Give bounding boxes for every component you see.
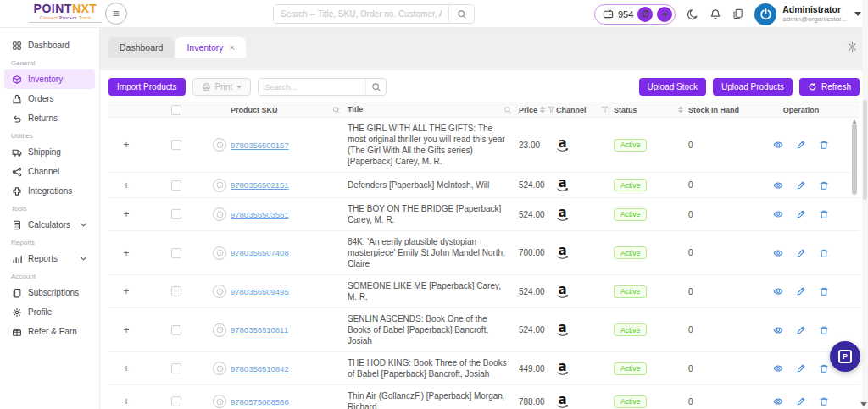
edit-button[interactable] [796, 209, 806, 219]
brand-logo[interactable]: POINTNXT ConnectProcessTrack [29, 3, 102, 23]
chat-fab-button[interactable]: P [830, 341, 860, 372]
product-sku-link[interactable]: 9780356503561 [231, 210, 289, 219]
delete-icon [819, 248, 829, 258]
global-search [273, 4, 475, 24]
sidebar-item-inventory[interactable]: Inventory [4, 69, 95, 89]
docs-button[interactable] [732, 8, 743, 19]
expand-row-button[interactable]: + [123, 364, 129, 373]
tab-dashboard[interactable]: Dashboard [108, 37, 174, 58]
product-sku-link[interactable]: 9780356502151 [231, 180, 289, 190]
view-button[interactable] [773, 209, 783, 219]
row-checkbox[interactable] [171, 286, 181, 296]
user-menu[interactable]: Administrator admin@organicstor... [754, 3, 861, 25]
expand-row-button[interactable]: + [123, 181, 129, 190]
sidebar-item-channel[interactable]: Channel [4, 162, 95, 181]
edit-button[interactable] [796, 140, 806, 150]
view-button[interactable] [773, 363, 783, 373]
sidebar-toggle-button[interactable] [105, 3, 127, 25]
product-sku-link[interactable]: 9780356500157 [231, 141, 289, 150]
row-checkbox[interactable] [171, 209, 181, 219]
delete-button[interactable] [819, 140, 829, 150]
select-all-checkbox[interactable] [171, 105, 181, 115]
row-checkbox[interactable] [171, 325, 181, 335]
sidebar-item-returns[interactable]: Returns [4, 108, 95, 128]
refresh-button[interactable]: Refresh [799, 78, 860, 96]
view-button[interactable] [773, 140, 783, 150]
refresh-credits-button[interactable] [637, 7, 653, 22]
credits-pill[interactable]: 954 [594, 4, 676, 25]
product-sku-link[interactable]: 9780356510811 [231, 325, 288, 334]
sort-icon[interactable] [540, 106, 545, 113]
table-search-button[interactable] [365, 79, 386, 95]
expand-row-button[interactable]: + [123, 210, 129, 218]
sidebar-item-orders[interactable]: Orders [4, 89, 95, 108]
edit-button[interactable] [796, 396, 806, 406]
product-sku-link[interactable]: 9780356510842 [231, 364, 289, 373]
product-sku-link[interactable]: 9780356507408 [231, 248, 289, 257]
delete-button[interactable] [819, 180, 829, 191]
delete-button[interactable] [819, 248, 829, 258]
global-search-button[interactable] [448, 5, 474, 23]
edit-button[interactable] [796, 363, 806, 373]
delete-button[interactable] [819, 396, 829, 406]
delete-icon [819, 140, 829, 150]
settings-gear-icon[interactable] [847, 41, 858, 55]
sidebar-item-calculators[interactable]: Calculators [4, 215, 95, 235]
add-credits-button[interactable] [657, 7, 672, 22]
view-button[interactable] [773, 180, 783, 191]
sidebar-item-subscriptions[interactable]: Subscriptions [4, 283, 95, 302]
import-products-button[interactable]: Import Products [108, 78, 186, 96]
filter-icon[interactable] [548, 106, 555, 113]
column-search-icon[interactable] [332, 106, 341, 114]
expand-row-button[interactable]: + [123, 287, 129, 296]
delete-button[interactable] [819, 286, 829, 296]
view-button[interactable] [773, 325, 783, 335]
delete-button[interactable] [819, 363, 829, 373]
sidebar-item-dashboard[interactable]: Dashboard [4, 36, 95, 55]
sort-icon[interactable] [678, 106, 683, 113]
row-checkbox[interactable] [171, 180, 181, 191]
product-sku-link[interactable]: 9780575088566 [231, 397, 289, 406]
page-scrollbar[interactable] [862, 0, 868, 409]
filter-icon[interactable] [601, 106, 609, 113]
delete-button[interactable] [819, 209, 829, 219]
sidebar: DashboardGeneralInventoryOrdersReturnsUt… [0, 28, 100, 409]
column-search-icon[interactable] [504, 106, 512, 114]
delete-button[interactable] [819, 325, 829, 335]
table-search-input[interactable] [259, 79, 365, 95]
sidebar-item-integrations[interactable]: Integrations [4, 181, 95, 201]
row-checkbox[interactable] [171, 248, 181, 258]
expand-row-button[interactable]: + [123, 249, 129, 257]
print-button[interactable]: Print [192, 78, 252, 96]
expand-row-button[interactable]: + [123, 397, 129, 406]
row-checkbox[interactable] [171, 363, 181, 373]
edit-button[interactable] [796, 180, 806, 191]
tab-inventory[interactable]: Inventory× [175, 37, 246, 58]
sidebar-item-refer-earn[interactable]: Refer & Earn [4, 322, 95, 341]
dark-mode-button[interactable] [687, 8, 698, 20]
global-search-input[interactable] [274, 5, 448, 23]
sidebar-item-shipping[interactable]: Shipping [4, 142, 95, 162]
expand-row-button[interactable]: + [123, 141, 129, 149]
sidebar-item-profile[interactable]: Profile [4, 302, 95, 322]
table-scrollbar-thumb[interactable] [852, 124, 857, 195]
edit-button[interactable] [796, 286, 806, 296]
eye-icon [773, 248, 783, 258]
row-checkbox[interactable] [171, 396, 181, 406]
upload-stock-button[interactable]: Upload Stock [639, 78, 706, 96]
upload-products-button[interactable]: Upload Products [713, 78, 793, 96]
table-row: +9780356502151Defenders [Paperback] McIn… [108, 173, 860, 198]
sidebar-item-reports[interactable]: Reports [4, 249, 95, 268]
view-button[interactable] [773, 396, 783, 406]
row-checkbox[interactable] [171, 140, 181, 150]
view-button[interactable] [773, 248, 783, 258]
close-tab-icon[interactable]: × [230, 42, 235, 53]
view-button[interactable] [773, 286, 783, 296]
edit-button[interactable] [796, 248, 806, 258]
edit-button[interactable] [796, 325, 806, 335]
page-scrollbar-thumb[interactable] [863, 100, 867, 200]
expand-row-button[interactable]: + [123, 326, 129, 334]
scroll-down-icon[interactable] [860, 402, 867, 406]
product-sku-link[interactable]: 9780356509495 [231, 287, 289, 296]
notifications-button[interactable] [709, 8, 721, 20]
